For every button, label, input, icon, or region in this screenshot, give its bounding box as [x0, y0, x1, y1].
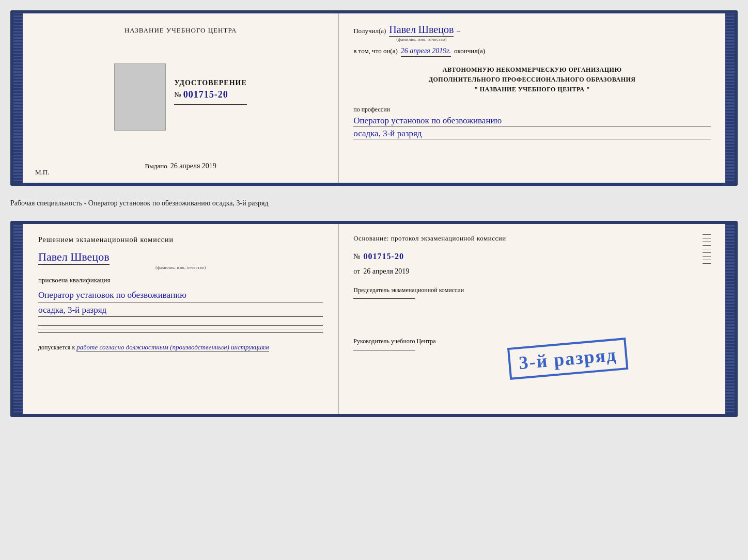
ot-date-row: от 26 апреля 2019 — [353, 267, 711, 276]
chairman-label: Председатель экзаменационной комиссии — [353, 286, 711, 295]
vtom-row: в том, что он(а) 26 апреля 2019г. окончи… — [353, 47, 711, 57]
prisvoyena-label: присвоена квалификация — [38, 276, 323, 284]
osnov-block: Основание: протокол экзаменационной коми… — [353, 233, 711, 244]
description-line: Рабочая специальность - Оператор установ… — [10, 197, 738, 210]
po-professii-label: по профессии — [353, 106, 390, 113]
doc2-name-block: Павел Швецов (фамилия, имя, отчество) — [38, 250, 323, 270]
resheniem-label: Решением экзаменационной комиссии — [38, 234, 323, 245]
doc1-right-panel: Получил(а) Павел Швецов (фамилия, имя, о… — [339, 13, 725, 183]
razryad-value: осадка, 3-й разряд — [353, 129, 711, 139]
completion-date: 26 апреля 2019г. — [401, 47, 451, 57]
doc2-left-panel: Решением экзаменационной комиссии Павел … — [23, 224, 339, 414]
recipient-name: Павел Швецов — [389, 24, 454, 37]
page-wrapper: НАЗВАНИЕ УЧЕБНОГО ЦЕНТРА УДОСТОВЕРЕНИЕ №… — [10, 10, 738, 417]
professiya-value: Оператор установок по обезвоживанию — [353, 116, 711, 126]
vydano-block: Выдано 26 апреля 2019 — [145, 162, 216, 170]
doc2-fio-hint: (фамилия, имя, отчество) — [38, 265, 323, 270]
chairman-sign-line — [353, 298, 415, 299]
ot-date-value: 26 апреля 2019 — [363, 267, 409, 276]
vydano-date: 26 апреля 2019 — [170, 162, 216, 170]
doc1-training-center-title: НАЗВАНИЕ УЧЕБНОГО ЦЕНТРА — [124, 26, 237, 35]
certificate-number: 001715-20 — [183, 89, 228, 100]
doc2-recipient-name: Павел Швецов — [38, 250, 110, 265]
protocol-number: 001715-20 — [364, 252, 404, 261]
poluchil-row: Получил(а) Павел Швецов (фамилия, имя, о… — [353, 24, 711, 42]
org-line1: АВТОНОМНУЮ НЕКОММЕРЧЕСКУЮ ОРГАНИЗАЦИЮ — [353, 65, 711, 75]
udostoverenie-block: УДОСТОВЕРЕНИЕ № 001715-20 — [174, 79, 246, 107]
qualification-line2: осадка, 3-й разряд — [38, 303, 323, 317]
dopuskaetsya-label: допускается к — [38, 344, 75, 351]
qualification-line1: Оператор установок по обезвоживанию — [38, 289, 323, 302]
rukovoditel-sign-line — [353, 350, 415, 350]
protocol-number-prefix: № — [353, 252, 360, 261]
doc2-right-panel: 3-й разряд Основание: протокол экзаменац… — [339, 224, 725, 414]
mp-label: М.П. — [35, 168, 49, 177]
vtom-label: в том, что он(а) — [353, 47, 398, 55]
ot-label: от — [353, 267, 360, 276]
org-line2: ДОПОЛНИТЕЛЬНОГО ПРОФЕССИОНАЛЬНОГО ОБРАЗО… — [353, 75, 711, 85]
rukovoditel-label: Руководитель учебного Центра — [353, 337, 711, 346]
photo-placeholder — [114, 63, 166, 131]
protocol-number-row: № 001715-20 — [353, 252, 711, 261]
org-line3: " НАЗВАНИЕ УЧЕБНОГО ЦЕНТРА " — [353, 85, 711, 94]
number-prefix: № — [174, 91, 181, 99]
fio-hint: (фамилия, имя, отчество) — [389, 37, 454, 42]
dopuskaetsya-block: допускается к работе согласно должностны… — [38, 343, 323, 351]
doc2-qualification-block: Оператор установок по обезвоживанию осад… — [38, 287, 323, 317]
org-block: АВТОНОМНУЮ НЕКОММЕРЧЕСКУЮ ОРГАНИЗАЦИЮ ДО… — [353, 65, 711, 95]
recipient-block: Павел Швецов (фамилия, имя, отчество) — [389, 24, 454, 42]
vydano-label: Выдано — [145, 162, 167, 170]
professiya-block: по профессии Оператор установок по обезв… — [353, 104, 711, 139]
chairman-block: Председатель экзаменационной комиссии — [353, 286, 711, 300]
dash-symbol: – — [457, 27, 460, 35]
okonchil-label: окончил(а) — [454, 47, 485, 55]
stamp-text: 3-й разряд — [518, 344, 618, 373]
dopuskaetsya-value: работе согласно должностным (производств… — [76, 343, 269, 351]
doc1-left-panel: НАЗВАНИЕ УЧЕБНОГО ЦЕНТРА УДОСТОВЕРЕНИЕ №… — [23, 13, 339, 183]
udostoverenie-title: УДОСТОВЕРЕНИЕ — [174, 79, 246, 87]
poluchil-label: Получил(а) — [353, 27, 386, 35]
